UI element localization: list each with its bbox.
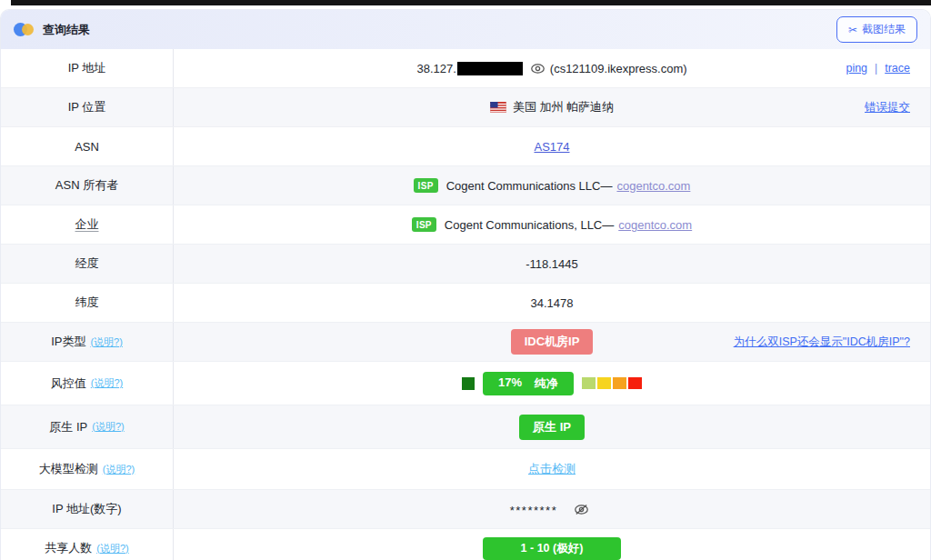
ip-location-value: 美国 加州 帕萨迪纳: [513, 99, 614, 115]
scissors-icon: ✂: [848, 24, 857, 36]
shared-count-badge[interactable]: 1 - 10 (极好): [483, 537, 622, 560]
eye-off-icon[interactable]: [574, 502, 589, 517]
row-label: 纬度: [1, 284, 174, 322]
risk-scale-light-green-square: [582, 377, 596, 389]
table-row-native-ip: 原生 IP (说明?) 原生 IP: [1, 405, 930, 449]
latitude-value: 34.1478: [531, 296, 574, 310]
isp-badge: ISP: [412, 217, 436, 232]
ip-type-hint-link[interactable]: (说明?): [90, 335, 122, 349]
row-label: IP类型: [51, 334, 85, 350]
table-row-ip-numeric: IP 地址(数字) ********: [1, 490, 930, 529]
table-row-ip-type: IP类型 (说明?) IDC机房IP 为什么双ISP还会显示"IDC机房IP"?: [1, 323, 930, 362]
native-ip-badge[interactable]: 原生 IP: [519, 415, 585, 440]
site-logo-icon: [14, 23, 35, 36]
ping-link[interactable]: ping: [846, 62, 867, 75]
risk-scale-yellow-square: [597, 377, 611, 389]
idc-room-ip-badge[interactable]: IDC机房IP: [511, 329, 594, 355]
screenshot-button-label: 截图结果: [862, 22, 906, 37]
link-separator: |: [875, 62, 877, 75]
asn-owner-value: Cogent Communications LLC—: [446, 179, 613, 193]
risk-score-percent: 17%: [498, 375, 522, 392]
risk-value-hint-link[interactable]: (说明?): [91, 376, 123, 390]
table-row-risk-value: 风控值 (说明?) 17% 纯净: [1, 362, 930, 405]
us-flag-icon: [490, 102, 506, 113]
longitude-value: -118.1445: [526, 257, 578, 271]
screenshot-result-button[interactable]: ✂ 截图结果: [836, 16, 917, 43]
row-label: IP 地址: [1, 49, 174, 87]
risk-score-text: 纯净: [535, 375, 558, 392]
row-label: 企业: [75, 216, 99, 233]
page-title: 查询结果: [43, 22, 90, 38]
table-row-asn-owner: ASN 所有者 ISP Cogent Communications LLC— c…: [1, 166, 930, 205]
error-submit-link[interactable]: 错误提交: [865, 100, 910, 115]
row-label: ASN: [1, 127, 174, 165]
row-label: IP 地址(数字): [1, 490, 174, 528]
table-row-ip-address: IP 地址 38.127. (cs121109.ikexpress.com) p…: [1, 49, 930, 88]
enterprise-value: Cogent Communications, LLC—: [445, 218, 614, 232]
row-label: ASN 所有者: [1, 166, 174, 205]
row-label: IP 位置: [1, 88, 174, 126]
click-detect-link[interactable]: 点击检测: [528, 461, 576, 477]
eye-icon[interactable]: [530, 61, 546, 76]
ip-address-prefix: 38.127.: [416, 62, 455, 75]
table-row-latitude: 纬度 34.1478: [1, 284, 930, 323]
shared-count-hint-link[interactable]: (说明?): [96, 542, 128, 555]
table-row-enterprise: 企业 ISP Cogent Communications, LLC— cogen…: [1, 205, 930, 245]
table-row-shared-count: 共享人数 (说明?) 1 - 10 (极好): [1, 529, 930, 560]
asn-link[interactable]: AS174: [534, 140, 569, 154]
llm-detect-hint-link[interactable]: (说明?): [103, 463, 135, 476]
table-row-ip-location: IP 位置 美国 加州 帕萨迪纳 错误提交: [1, 88, 930, 127]
row-label: 共享人数: [45, 540, 92, 556]
risk-scale-indicator: 17% 纯净: [462, 372, 642, 395]
table-row-longitude: 经度 -118.1445: [1, 245, 930, 284]
risk-scale-colors: [582, 377, 642, 389]
risk-scale-orange-square: [613, 377, 626, 389]
risk-score-badge[interactable]: 17% 纯净: [483, 372, 574, 395]
card-header: 查询结果 ✂ 截图结果: [1, 10, 930, 49]
row-label: 经度: [1, 245, 174, 283]
native-ip-hint-link[interactable]: (说明?): [92, 420, 124, 434]
isp-badge: ISP: [414, 178, 438, 193]
ip-redacted-box: [457, 62, 523, 75]
ip-numeric-masked-value: ********: [510, 501, 557, 517]
risk-scale-red-square: [628, 377, 642, 389]
trace-link[interactable]: trace: [885, 62, 910, 75]
ip-hostname: (cs121109.ikexpress.com): [550, 62, 687, 75]
row-label: 风控值: [51, 375, 86, 392]
asn-owner-site-link[interactable]: cogentco.com: [616, 179, 690, 193]
table-row-llm-detect: 大模型检测 (说明?) 点击检测: [1, 449, 930, 490]
row-label: 原生 IP: [49, 419, 87, 435]
risk-scale-dark-green-square: [462, 377, 475, 390]
query-result-card: 查询结果 ✂ 截图结果 IP 地址 38.127. (cs121109.ikex…: [0, 9, 931, 560]
table-row-asn: ASN AS174: [1, 127, 930, 166]
row-label: 大模型检测: [39, 461, 98, 477]
enterprise-site-link[interactable]: cogentco.com: [618, 218, 692, 232]
why-dual-isp-link[interactable]: 为什么双ISP还会显示"IDC机房IP"?: [734, 335, 910, 350]
